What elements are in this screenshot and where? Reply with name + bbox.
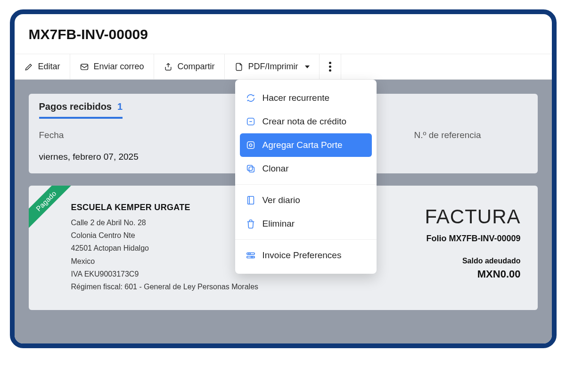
menu-invoice-preferences[interactable]: Invoice Preferences xyxy=(235,244,377,267)
menu-label: Agregar Carta Porte xyxy=(262,140,343,150)
col-ref-header: N.º de referencia xyxy=(414,130,527,140)
menu-make-recurring[interactable]: Hacer recurrente xyxy=(235,86,377,110)
tab-payments-received[interactable]: Pagos recibidos 1 xyxy=(39,101,123,119)
svg-rect-7 xyxy=(246,253,254,255)
menu-separator xyxy=(235,184,377,185)
more-dropdown: Hacer recurrente Crear nota de crédito A… xyxy=(235,80,377,274)
window-frame: MX7FB-INV-00009 Editar Enviar correo Com… xyxy=(10,9,557,348)
carta-porte-icon xyxy=(246,140,256,150)
more-menu-button[interactable] xyxy=(320,54,341,79)
pencil-icon xyxy=(24,62,33,72)
svg-rect-2 xyxy=(247,142,254,149)
folio-label: Folio MX7FB-INV-00009 xyxy=(425,234,520,244)
share-button[interactable]: Compartir xyxy=(154,54,225,79)
doc-type-label: FACTURA xyxy=(425,205,520,228)
menu-delete[interactable]: Eliminar xyxy=(235,212,377,236)
pdf-label: PDF/Imprimir xyxy=(248,62,298,72)
svg-rect-4 xyxy=(249,167,254,172)
pdf-print-button[interactable]: PDF/Imprimir xyxy=(225,54,320,79)
pdf-icon xyxy=(234,62,244,72)
mail-icon xyxy=(80,62,89,72)
menu-create-credit-note[interactable]: Crear nota de crédito xyxy=(235,110,377,133)
refresh-icon xyxy=(246,93,256,103)
edit-button[interactable]: Editar xyxy=(15,54,70,79)
content-area: Hacer recurrente Crear nota de crédito A… xyxy=(15,80,552,343)
trash-icon xyxy=(246,219,256,229)
email-label: Enviar correo xyxy=(94,62,144,72)
menu-label: Ver diario xyxy=(262,195,300,205)
svg-point-3 xyxy=(249,144,252,147)
menu-label: Clonar xyxy=(262,163,289,174)
toolbar: Editar Enviar correo Compartir PDF/Impri… xyxy=(15,54,552,80)
page-title: MX7FB-INV-00009 xyxy=(29,26,538,42)
menu-view-journal[interactable]: Ver diario xyxy=(235,188,377,212)
svg-rect-5 xyxy=(247,165,252,171)
sliders-icon xyxy=(246,250,256,261)
balance-value: MXN0.00 xyxy=(425,268,520,280)
svg-rect-6 xyxy=(247,196,254,204)
issuer-addr1: Calle 2 de Abril No. 28 xyxy=(71,216,259,229)
issuer-addr3: 42501 Actopan Hidalgo xyxy=(71,242,259,254)
copy-icon xyxy=(246,163,256,174)
share-icon xyxy=(164,62,173,72)
issuer-addr2: Colonia Centro Nte xyxy=(71,229,259,242)
invoice-meta: FACTURA Folio MX7FB-INV-00009 Saldo adeu… xyxy=(425,203,520,293)
issuer-regimen: Régimen fiscal: 601 - General de Ley Per… xyxy=(71,280,259,293)
svg-point-10 xyxy=(251,256,253,258)
tab-label: Pagos recibidos xyxy=(39,101,112,112)
menu-add-carta-porte[interactable]: Agregar Carta Porte xyxy=(240,133,372,157)
book-icon xyxy=(246,195,256,205)
menu-label: Hacer recurrente xyxy=(262,93,330,103)
issuer-block: ESCUELA KEMPER URGATE Calle 2 de Abril N… xyxy=(71,203,259,293)
balance-label: Saldo adeudado xyxy=(425,257,520,265)
issuer-tax: IVA EKU9003173C9 xyxy=(71,268,259,280)
menu-label: Invoice Preferences xyxy=(262,250,342,261)
header: MX7FB-INV-00009 xyxy=(15,14,552,54)
menu-separator xyxy=(235,239,377,240)
issuer-addr4: Mexico xyxy=(71,255,259,268)
share-label: Compartir xyxy=(178,62,215,72)
note-minus-icon xyxy=(246,116,256,127)
svg-rect-0 xyxy=(81,64,88,70)
edit-label: Editar xyxy=(38,62,60,72)
send-email-button[interactable]: Enviar correo xyxy=(70,54,154,79)
menu-label: Crear nota de crédito xyxy=(262,116,347,127)
svg-rect-8 xyxy=(246,256,254,258)
issuer-name: ESCUELA KEMPER URGATE xyxy=(71,203,259,212)
chevron-down-icon xyxy=(305,65,310,68)
menu-clone[interactable]: Clonar xyxy=(235,157,377,180)
tab-count: 1 xyxy=(117,101,123,112)
svg-point-9 xyxy=(248,253,250,255)
cell-date: viernes, febrero 07, 2025 xyxy=(39,152,139,162)
menu-label: Eliminar xyxy=(262,219,295,229)
